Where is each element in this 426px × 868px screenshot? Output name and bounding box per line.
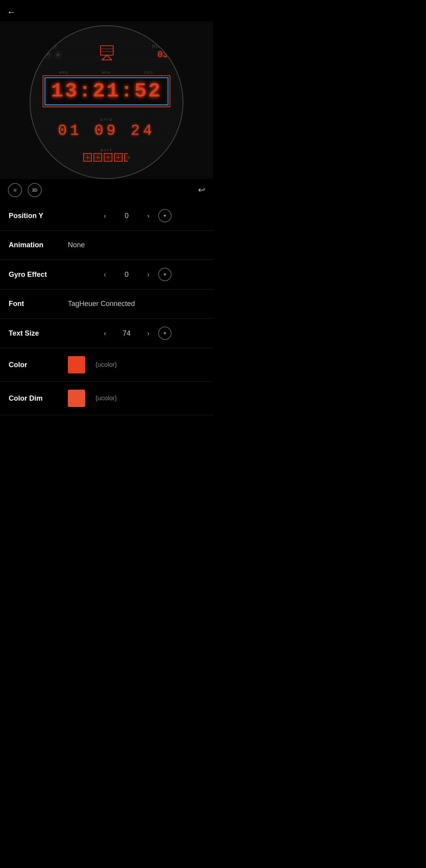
color-swatch[interactable] xyxy=(68,356,85,373)
gyro-effect-label: Gyro Effect xyxy=(9,271,68,279)
position-y-decrement[interactable]: ‹ xyxy=(101,210,109,222)
battery-icons xyxy=(83,153,130,162)
watch-toolbar: ≡ 3D ↩ xyxy=(0,179,213,201)
stat-label: STAT xyxy=(45,45,58,50)
svg-rect-5 xyxy=(101,46,113,55)
color-dim-color-value: {ucolor} xyxy=(95,395,117,402)
settings-row-animation: AnimationNone xyxy=(0,231,213,260)
settings-row-position-y: Position Y‹0›▾ xyxy=(0,201,213,231)
batt-cell-4 xyxy=(114,153,123,162)
text-size-label: Text Size xyxy=(9,329,68,338)
clock-labels: HRS MIN SEC xyxy=(43,71,170,75)
notif-value: 03 xyxy=(157,50,168,60)
text-size-increment[interactable]: › xyxy=(144,328,153,339)
min-label: MIN xyxy=(85,71,128,75)
gyro-effect-increment[interactable]: › xyxy=(144,269,153,280)
stat-icon-1 xyxy=(45,51,52,58)
color-label: Color xyxy=(9,361,68,369)
back-button[interactable]: ← xyxy=(7,6,19,19)
position-y-value-area: ‹0›▾ xyxy=(68,209,204,222)
batt-arrow xyxy=(124,153,130,162)
svg-line-2 xyxy=(47,55,49,56)
date-label: DATE xyxy=(100,118,112,121)
header: ← xyxy=(0,0,213,21)
toolbar-left: ≡ 3D xyxy=(8,183,42,197)
battery-section: BATT xyxy=(83,148,130,162)
text-size-value-area: ‹74›▾ xyxy=(68,327,204,340)
color-color-value: {ucolor} xyxy=(95,361,117,368)
settings-row-color-dim: Color Dim{ucolor} xyxy=(0,382,213,415)
batt-cell-1 xyxy=(83,153,92,162)
clock-selection-border: 13:21:52 xyxy=(45,77,168,105)
threed-label: 3D xyxy=(32,188,37,192)
position-y-current-value: 0 xyxy=(115,212,138,220)
svg-line-1 xyxy=(49,53,50,55)
settings-row-gyro-effect: Gyro Effect‹0›▾ xyxy=(0,260,213,289)
settings-row-color: Color{ucolor} xyxy=(0,348,213,382)
threed-button[interactable]: 3D xyxy=(28,183,42,197)
svg-point-4 xyxy=(57,54,59,56)
color-dim-swatch[interactable] xyxy=(68,390,85,407)
svg-marker-8 xyxy=(102,55,112,60)
color-dim-value-area: {ucolor} xyxy=(68,390,204,407)
gyro-effect-decrement[interactable]: ‹ xyxy=(101,269,109,280)
center-tag-icon xyxy=(97,43,116,62)
watch-container: STAT xyxy=(0,21,213,179)
notif-label: NOTIF xyxy=(152,44,168,49)
settings-row-text-size: Text Size‹74›▾ xyxy=(0,319,213,348)
batt-cell-3 xyxy=(104,153,112,162)
gyro-effect-dropdown[interactable]: ▾ xyxy=(158,268,172,281)
text-size-dropdown[interactable]: ▾ xyxy=(158,327,172,340)
clock-section: HRS MIN SEC 13:21:52 xyxy=(43,71,170,108)
position-y-increment[interactable]: › xyxy=(144,210,153,222)
layers-icon: ≡ xyxy=(13,187,17,193)
color-value-area: {ucolor} xyxy=(68,356,204,373)
color-dim-label: Color Dim xyxy=(9,394,68,403)
settings-row-font: FontTagHeuer Connected xyxy=(0,289,213,319)
batt-cell-2 xyxy=(93,153,102,162)
font-value-area: TagHeuer Connected xyxy=(68,300,204,308)
position-y-label: Position Y xyxy=(9,212,68,220)
watch-top-row: STAT xyxy=(45,43,168,62)
animation-current-value: None xyxy=(68,241,92,249)
text-size-current-value: 74 xyxy=(115,329,138,338)
layers-button[interactable]: ≡ xyxy=(8,183,22,197)
clock-time-display: 13:21:52 xyxy=(48,79,165,104)
date-value: 01 09 24 xyxy=(58,122,155,139)
stat-icon-2 xyxy=(54,51,62,58)
date-section: DATE 01 09 24 xyxy=(49,118,164,139)
stat-icons xyxy=(45,51,62,58)
font-current-value: TagHeuer Connected xyxy=(68,300,135,308)
position-y-dropdown[interactable]: ▾ xyxy=(158,209,172,222)
animation-label: Animation xyxy=(9,241,68,249)
sec-label: SEC xyxy=(128,71,170,75)
hrs-label: HRS xyxy=(43,71,85,75)
gyro-effect-current-value: 0 xyxy=(115,271,138,279)
svg-line-0 xyxy=(47,53,49,55)
clock-outer-border: 13:21:52 xyxy=(43,75,170,107)
text-size-decrement[interactable]: ‹ xyxy=(101,328,109,339)
svg-line-3 xyxy=(49,55,50,56)
animation-value-area: None xyxy=(68,241,204,249)
watch-face: STAT xyxy=(30,25,183,179)
undo-button[interactable]: ↩ xyxy=(198,185,205,195)
batt-label: BATT xyxy=(101,148,112,152)
gyro-effect-value-area: ‹0›▾ xyxy=(68,268,204,281)
settings-section: Position Y‹0›▾AnimationNoneGyro Effect‹0… xyxy=(0,201,213,415)
font-label: Font xyxy=(9,300,68,308)
